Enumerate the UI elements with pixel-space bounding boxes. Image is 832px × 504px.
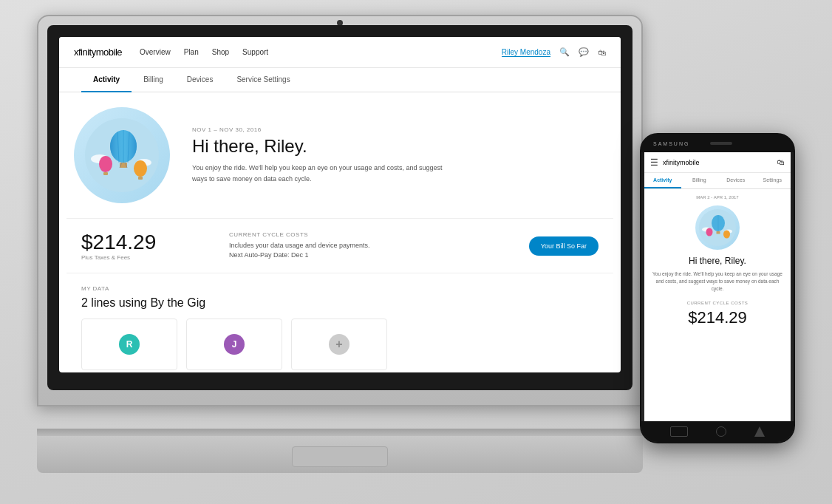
billing-info: CURRENT CYCLE COSTS Includes your data u…: [214, 231, 529, 261]
laptop-trackpad[interactable]: [292, 446, 388, 467]
phone-screen: ☰ xfinitymobile 🛍 Activity Billing Devic…: [644, 152, 791, 421]
phone-tab-billing[interactable]: Billing: [681, 173, 718, 188]
phone-back-button[interactable]: [670, 426, 688, 437]
billing-section: $214.29 Plus Taxes & Fees CURRENT CYCLE …: [67, 218, 613, 273]
tab-activity[interactable]: Activity: [81, 68, 132, 92]
phone-home-button[interactable]: [716, 426, 726, 437]
screen-content: xfinitymobile Overview Plan Shop Support…: [59, 37, 621, 372]
billing-sub-label: Plus Taxes & Fees: [81, 254, 214, 261]
logo-mobile: mobile: [96, 47, 122, 58]
phone-balloon-svg: [699, 209, 736, 246]
svg-point-22: [723, 231, 730, 239]
data-lines: R J +: [81, 319, 599, 370]
laptop-base: [37, 429, 643, 473]
laptop: xfinitymobile Overview Plan Shop Support…: [37, 15, 643, 473]
scene: xfinitymobile Overview Plan Shop Support…: [0, 0, 832, 504]
line-avatar-j: J: [224, 334, 245, 355]
data-title: 2 lines using By the Gig: [81, 296, 599, 310]
nav-overview[interactable]: Overview: [140, 48, 171, 56]
user-name[interactable]: Riley Mendoza: [502, 48, 550, 57]
data-section: MY DATA 2 lines using By the Gig R J: [59, 273, 621, 372]
phone-screen-nav: ☰ xfinitymobile 🛍: [644, 152, 791, 173]
phone-date: MAR 2 - APR 1, 2017: [652, 195, 783, 200]
nav-shop[interactable]: Shop: [212, 48, 229, 56]
line-avatar-plus: +: [329, 334, 349, 355]
screen-nav-links: Overview Plan Shop Support: [140, 48, 502, 56]
search-icon[interactable]: 🔍: [559, 47, 570, 57]
phone-logo: xfinitymobile: [663, 159, 777, 166]
svg-rect-20: [717, 231, 720, 234]
billing-amount: $214.29 Plus Taxes & Fees: [81, 231, 214, 261]
phone-hero-title: Hi there, Riley.: [652, 256, 783, 266]
tab-devices[interactable]: Devices: [175, 68, 225, 92]
svg-point-13: [134, 160, 147, 177]
phone-top-bar: SAMSUNG: [641, 134, 794, 152]
screen-hero: NOV 1 – NOV 30, 2016 Hi there, Riley. Yo…: [59, 92, 621, 218]
phone-cart-icon[interactable]: 🛍: [777, 158, 785, 166]
screen-nav: xfinitymobile Overview Plan Shop Support…: [59, 37, 621, 68]
phone-bottom-bar: [641, 421, 794, 442]
phone-hero-description: You enjoy the ride. We'll help you keep …: [652, 270, 783, 292]
hero-description: You enjoy the ride. We'll help you keep …: [192, 163, 443, 184]
balloon-svg: [85, 118, 159, 192]
phone-menu-button[interactable]: [754, 426, 765, 437]
line-avatar-r: R: [119, 334, 140, 355]
screen-logo: xfinitymobile: [74, 47, 122, 58]
svg-rect-12: [103, 172, 108, 175]
tab-billing[interactable]: Billing: [132, 68, 175, 92]
phone-menu-icon[interactable]: ☰: [650, 157, 658, 168]
phone-logo-xfinity: xfinity: [663, 159, 680, 166]
chat-icon[interactable]: 💬: [579, 47, 589, 57]
billing-price: $214.29: [81, 231, 214, 254]
hero-title: Hi there, Riley.: [192, 136, 606, 157]
phone-speaker: [710, 142, 732, 145]
svg-point-11: [99, 156, 112, 172]
laptop-screen: xfinitymobile Overview Plan Shop Support…: [59, 37, 621, 372]
nav-support[interactable]: Support: [242, 48, 268, 56]
phone-tab-settings[interactable]: Settings: [754, 173, 791, 188]
screen-nav-right: Riley Mendoza 🔍 💬 🛍: [502, 47, 606, 57]
billing-detail-line1: Includes your data usage and device paym…: [229, 241, 529, 251]
line-card-r[interactable]: R: [81, 319, 177, 370]
logo-xfinity: xfinity: [74, 47, 96, 58]
phone-billing-label: CURRENT CYCLE COSTS: [652, 301, 783, 305]
screen-tabs: Activity Billing Devices Service Setting…: [59, 68, 621, 92]
phone-balloon: [695, 205, 740, 250]
cart-icon[interactable]: 🛍: [598, 48, 606, 57]
phone-outer: SAMSUNG ☰ xfinitymobile 🛍 Activity Billi…: [640, 133, 795, 443]
phone-logo-mobile: mobile: [680, 159, 700, 166]
phone-tab-devices[interactable]: Devices: [717, 173, 754, 188]
data-label: MY DATA: [81, 285, 599, 292]
svg-point-21: [706, 228, 713, 236]
laptop-outer: xfinitymobile Overview Plan Shop Support…: [37, 15, 643, 406]
line-card-add[interactable]: +: [291, 319, 387, 370]
balloon-illustration: [74, 107, 170, 203]
phone-billing-price: $214.29: [652, 308, 783, 327]
tab-service-settings[interactable]: Service Settings: [225, 68, 301, 92]
hero-text: NOV 1 – NOV 30, 2016 Hi there, Riley. Yo…: [192, 126, 606, 184]
billing-label: CURRENT CYCLE COSTS: [229, 231, 529, 238]
phone: SAMSUNG ☰ xfinitymobile 🛍 Activity Billi…: [640, 133, 795, 443]
phone-brand: SAMSUNG: [653, 141, 689, 146]
phone-tabs: Activity Billing Devices Settings: [644, 173, 791, 189]
bill-so-far-button[interactable]: Your Bill So Far: [529, 236, 599, 256]
laptop-bottom: [37, 436, 643, 473]
laptop-bezel: xfinitymobile Overview Plan Shop Support…: [47, 25, 632, 390]
nav-plan[interactable]: Plan: [184, 48, 199, 56]
svg-rect-14: [138, 177, 143, 180]
line-card-j[interactable]: J: [186, 319, 282, 370]
phone-tab-activity[interactable]: Activity: [644, 173, 681, 188]
billing-detail-line2: Next Auto-Pay Date: Dec 1: [229, 251, 529, 261]
phone-body: MAR 2 - APR 1, 2017 Hi: [644, 189, 791, 333]
hero-date: NOV 1 – NOV 30, 2016: [192, 126, 606, 133]
